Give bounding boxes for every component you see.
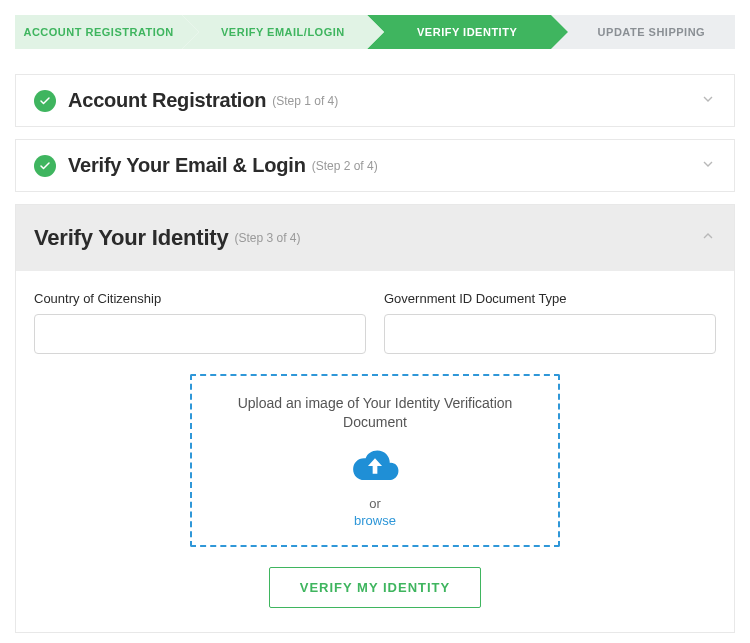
panel-body: Country of Citizenship Government ID Doc… [16, 271, 734, 632]
upload-prompt: Upload an image of Your Identity Verific… [212, 394, 538, 432]
check-icon [34, 90, 56, 112]
panel-verify-identity: Verify Your Identity (Step 3 of 4) Count… [15, 204, 735, 633]
step-label: ACCOUNT REGISTRATION [23, 26, 173, 38]
citizenship-input[interactable] [34, 314, 366, 354]
step-label: UPDATE SHIPPING [598, 26, 706, 38]
panel-subtitle: (Step 3 of 4) [234, 231, 300, 245]
citizenship-label: Country of Citizenship [34, 291, 366, 306]
doctype-input[interactable] [384, 314, 716, 354]
step-label: VERIFY IDENTITY [417, 26, 517, 38]
panel-verify-email: Verify Your Email & Login (Step 2 of 4) [15, 139, 735, 192]
panel-subtitle: (Step 2 of 4) [312, 159, 378, 173]
chevron-up-icon [700, 228, 716, 248]
panel-header[interactable]: Verify Your Identity (Step 3 of 4) [16, 205, 734, 271]
panel-title: Verify Your Identity [34, 225, 228, 251]
cloud-upload-icon [350, 446, 400, 486]
verify-identity-button[interactable]: VERIFY MY IDENTITY [269, 567, 481, 608]
doctype-label: Government ID Document Type [384, 291, 716, 306]
panel-header[interactable]: Verify Your Email & Login (Step 2 of 4) [16, 140, 734, 191]
step-account-registration[interactable]: ACCOUNT REGISTRATION [15, 15, 182, 49]
progress-stepper: ACCOUNT REGISTRATION VERIFY EMAIL/LOGIN … [15, 15, 735, 49]
step-verify-email[interactable]: VERIFY EMAIL/LOGIN [182, 15, 366, 49]
chevron-down-icon [700, 156, 716, 176]
step-update-shipping[interactable]: UPDATE SHIPPING [551, 15, 735, 49]
chevron-down-icon [700, 91, 716, 111]
upload-or-text: or [212, 496, 538, 511]
browse-link[interactable]: browse [354, 513, 396, 528]
step-label: VERIFY EMAIL/LOGIN [221, 26, 345, 38]
panel-header[interactable]: Account Registration (Step 1 of 4) [16, 75, 734, 126]
panel-title: Verify Your Email & Login [68, 154, 306, 177]
panel-subtitle: (Step 1 of 4) [272, 94, 338, 108]
panel-title: Account Registration [68, 89, 266, 112]
check-icon [34, 155, 56, 177]
panel-account-registration: Account Registration (Step 1 of 4) [15, 74, 735, 127]
upload-dropzone[interactable]: Upload an image of Your Identity Verific… [190, 374, 560, 547]
step-verify-identity[interactable]: VERIFY IDENTITY [367, 15, 551, 49]
